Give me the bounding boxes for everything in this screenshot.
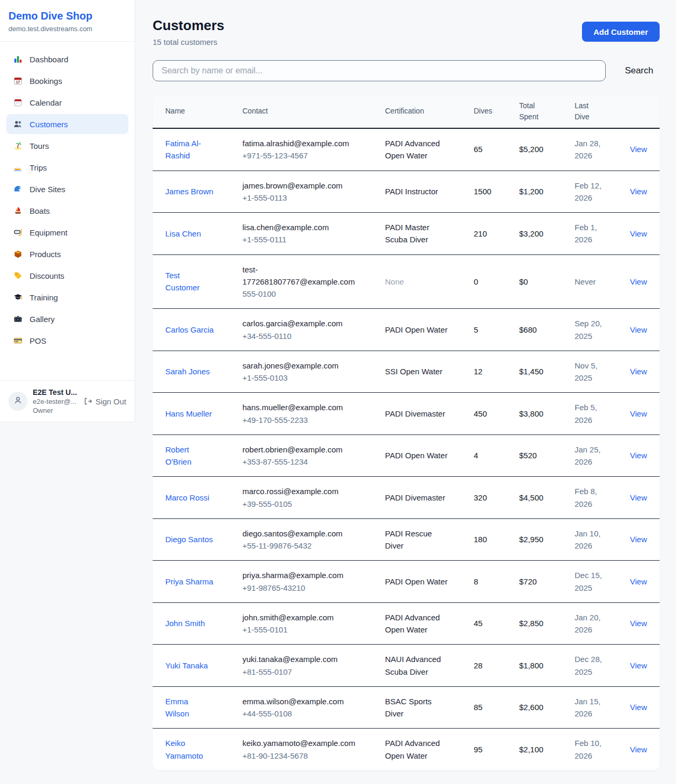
view-link[interactable]: View: [630, 145, 647, 154]
customer-name-link[interactable]: Yuki Tanaka: [165, 661, 208, 670]
sidebar-item-boats[interactable]: Boats: [6, 201, 128, 221]
view-link[interactable]: View: [630, 703, 647, 712]
customer-name-link[interactable]: Fatima Al-Rashid: [165, 139, 201, 160]
customer-name-cell: John Smith: [165, 609, 242, 638]
customer-name-link[interactable]: Sarah Jones: [165, 367, 210, 376]
sidebar-header: Demo Dive Shop demo.test.divestreams.com: [0, 0, 135, 42]
customer-last-dive: Dec 28, 2025: [575, 645, 616, 686]
view-link[interactable]: View: [630, 451, 647, 460]
search-input[interactable]: [153, 60, 606, 81]
customer-name-cell: Diego Santos: [165, 525, 242, 554]
sign-out-button[interactable]: Sign Out: [83, 396, 126, 406]
customer-name-link[interactable]: Emma Wilson: [165, 697, 189, 718]
customer-last-dive: Feb 1, 2026: [575, 213, 616, 254]
sidebar-item-customers[interactable]: Customers: [6, 114, 128, 134]
add-customer-button[interactable]: Add Customer: [582, 22, 660, 42]
customer-name-link[interactable]: Diego Santos: [165, 535, 213, 544]
customer-certification: PADI Advanced Open Water: [385, 129, 474, 171]
table-row: Keiko Yamamoto keiko.yamamoto@example.co…: [153, 728, 660, 770]
view-link[interactable]: View: [630, 187, 647, 196]
customer-name-cell: Yuki Tanaka: [165, 651, 242, 680]
customer-email: yuki.tanaka@example.com: [242, 653, 356, 665]
sidebar-item-label: Dive Sites: [30, 185, 65, 194]
view-cell: View: [616, 399, 647, 428]
customer-name-cell: Hans Mueller: [165, 399, 242, 428]
column-header-actions: [616, 106, 647, 117]
view-link[interactable]: View: [630, 229, 647, 238]
customer-certification: PADI Open Water: [385, 567, 474, 596]
sidebar-item-gallery[interactable]: Gallery: [6, 309, 128, 329]
sidebar-item-trips[interactable]: Trips: [6, 157, 128, 177]
user-email: e2e-tester@...: [33, 398, 78, 405]
table-row: Diego Santos diego.santos@example.com +5…: [153, 518, 660, 561]
search-button[interactable]: Search: [618, 62, 660, 79]
customer-name-cell: Lisa Chen: [165, 219, 242, 248]
customer-name-link[interactable]: Keiko Yamamoto: [165, 739, 203, 760]
view-link[interactable]: View: [630, 367, 647, 376]
view-link[interactable]: View: [630, 661, 647, 670]
customer-last-dive: Jan 10, 2026: [575, 519, 616, 561]
customer-contact-cell: carlos.garcia@example.com +34-555-0110: [242, 309, 385, 351]
view-link[interactable]: View: [630, 577, 647, 586]
customer-email: james.brown@example.com: [242, 180, 356, 192]
customer-name-cell: Test Customer: [165, 261, 242, 303]
customer-email: fatima.alrashid@example.com: [242, 137, 356, 149]
customer-name-link[interactable]: Lisa Chen: [165, 229, 201, 238]
people-icon: [13, 119, 23, 129]
table-row: Sarah Jones sarah.jones@example.com +1-5…: [153, 351, 660, 393]
user-meta: E2E Test U... e2e-tester@... Owner: [33, 388, 78, 414]
customer-email: marco.rossi@example.com: [242, 485, 356, 497]
customer-count: 15 total customers: [153, 37, 224, 46]
customer-total-spent: $4,500: [519, 483, 575, 512]
customer-dives: 95: [474, 735, 519, 764]
sidebar-item-dashboard[interactable]: Dashboard: [6, 49, 128, 69]
customer-phone: +81-555-0107: [242, 666, 356, 678]
customer-name-link[interactable]: Robert O'Brien: [165, 445, 192, 466]
sidebar-item-tours[interactable]: Tours: [6, 136, 128, 156]
customer-email: carlos.garcia@example.com: [242, 317, 356, 329]
app-root: Demo Dive Shop demo.test.divestreams.com…: [0, 0, 676, 783]
customer-name-link[interactable]: Hans Mueller: [165, 409, 212, 418]
sidebar-item-training[interactable]: Training: [6, 287, 128, 307]
view-cell: View: [616, 315, 647, 344]
sidebar-item-calendar[interactable]: Calendar: [6, 92, 128, 112]
sidebar-item-bookings[interactable]: 17 Bookings: [6, 71, 128, 91]
column-header-name: Name: [165, 100, 242, 122]
customer-phone: +971-55-123-4567: [242, 149, 356, 162]
customer-dives: 85: [474, 693, 519, 722]
view-link[interactable]: View: [630, 493, 647, 502]
customer-last-dive: Dec 15, 2025: [575, 561, 616, 602]
customer-name-link[interactable]: Priya Sharma: [165, 577, 213, 586]
person-icon: [13, 395, 23, 407]
customer-name-link[interactable]: Marco Rossi: [165, 493, 209, 502]
page-header-text: Customers 15 total customers: [153, 18, 224, 46]
customer-email: emma.wilson@example.com: [242, 695, 356, 707]
customer-name-link[interactable]: Carlos Garcia: [165, 325, 214, 334]
view-link[interactable]: View: [630, 619, 647, 628]
sidebar-item-label: Equipment: [30, 228, 68, 237]
customer-email: sarah.jones@example.com: [242, 360, 356, 372]
customer-certification: PADI Rescue Diver: [385, 519, 474, 561]
view-link[interactable]: View: [630, 277, 647, 286]
sidebar-item-pos[interactable]: POS: [6, 330, 128, 351]
customer-last-dive: Nov 5, 2025: [575, 351, 616, 393]
customer-name-link[interactable]: John Smith: [165, 619, 205, 628]
sidebar-item-label: Bookings: [30, 77, 62, 86]
customer-name-link[interactable]: Test Customer: [165, 271, 200, 292]
customer-last-dive: Feb 10, 2026: [575, 729, 616, 770]
sidebar-item-discounts[interactable]: Discounts: [6, 266, 128, 286]
user-name: E2E Test U...: [33, 388, 78, 396]
view-link[interactable]: View: [630, 745, 647, 754]
customer-contact-cell: keiko.yamamoto@example.com +81-90-1234-5…: [242, 729, 385, 770]
customer-phone: +1-555-0103: [242, 372, 356, 384]
view-link[interactable]: View: [630, 325, 647, 334]
customer-name-link[interactable]: James Brown: [165, 187, 213, 196]
sidebar-item-products[interactable]: Products: [6, 244, 128, 264]
view-link[interactable]: View: [630, 409, 647, 418]
table-row: John Smith john.smith@example.com +1-555…: [153, 602, 660, 645]
sidebar-item-dive-sites[interactable]: Dive Sites: [6, 179, 128, 199]
sidebar-item-equipment[interactable]: Equipment: [6, 222, 128, 242]
sailboat-icon: [13, 205, 23, 216]
view-link[interactable]: View: [630, 535, 647, 544]
customer-total-spent: $2,100: [519, 735, 575, 764]
